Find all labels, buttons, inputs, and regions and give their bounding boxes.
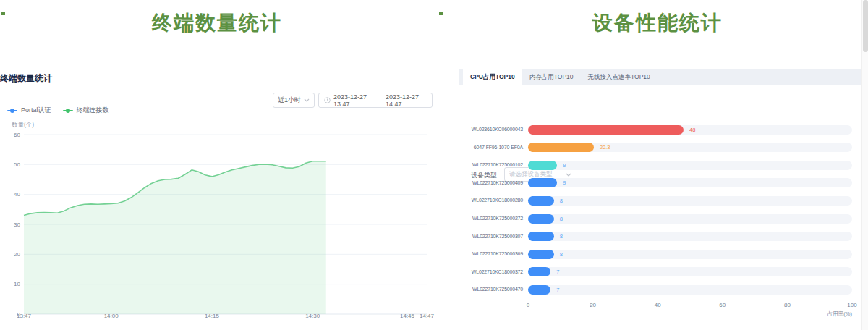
legend-item-terminal-connections[interactable]: 终端连接数: [63, 106, 109, 115]
bar-value-label: 8: [560, 251, 563, 258]
right-section-header: 设备性能统计: [448, 9, 867, 38]
x-axis-tick: 20: [582, 302, 604, 308]
bar-category-label: WL022710K725000369: [459, 251, 523, 256]
x-axis-tick: 40: [647, 302, 668, 308]
bar-category-label: WL022710K725000272: [459, 216, 523, 221]
bar-category-label: WL022710KC18000280: [459, 198, 523, 203]
bar-value-label: 9: [563, 162, 566, 169]
bar: [528, 285, 550, 295]
legend-label: 终端连接数: [77, 106, 109, 115]
bar: [528, 214, 554, 224]
bar-value-label: 8: [560, 216, 563, 222]
line-chart-svg: [0, 130, 434, 330]
bar-category-label: WL022710KC18000372: [459, 269, 523, 274]
bar-value-label: 9: [563, 179, 566, 186]
bar-value-label: 8: [560, 233, 563, 240]
bar-category-label: 6047-FF96-1070-EF0A: [459, 145, 523, 150]
bar-value-label: 8: [560, 198, 563, 204]
bar-track: [528, 178, 852, 187]
chart-legend: Portal认证 终端连接数: [7, 106, 109, 115]
bar: [528, 250, 554, 259]
bar-category-label: WL023610KC06000043: [459, 127, 523, 132]
bar-category-label: WL022710K725000102: [459, 162, 523, 167]
x-axis-tick: 80: [776, 302, 798, 308]
date-range-separator: -: [378, 97, 383, 104]
bar: [528, 267, 550, 276]
legend-label: Portal认证: [21, 106, 51, 115]
device-performance-card: CPU占用TOP10内存占用TOP10无线接入点速率TOP10 设备类型 请选择…: [459, 69, 862, 330]
y-axis-tick: 20: [3, 251, 20, 258]
bar-value-label: 7: [556, 268, 559, 275]
horizontal-bar-chart: WL023610KC06000043486047-FF96-1070-EF0A2…: [459, 121, 862, 323]
bar: [528, 143, 594, 152]
bar-category-label: WL022710K725000470: [459, 287, 523, 292]
x-axis-tick: 14:00: [97, 313, 126, 319]
scrollbar-track[interactable]: [861, 0, 868, 330]
tab-wireless-rate-top10[interactable]: 无线接入点速率TOP10: [581, 69, 658, 85]
y-axis-tick: 10: [3, 281, 20, 287]
x-axis-tick: 14:30: [298, 313, 327, 319]
left-section-header: 终端数量统计: [0, 9, 434, 38]
scrollbar-thumb[interactable]: [863, 0, 868, 52]
clock-icon: [324, 97, 331, 103]
tab-memory-top10[interactable]: 内存占用TOP10: [522, 69, 581, 85]
date-range-picker[interactable]: 2023-12-27 13:47 - 2023-12-27 14:47: [318, 93, 433, 108]
bar-category-label: WL022710K725000307: [459, 234, 523, 239]
x-axis-tick: 0: [517, 302, 539, 308]
legend-marker-icon: [7, 110, 17, 111]
bar-value-label: 20.3: [600, 144, 610, 151]
bar-track: [528, 161, 852, 170]
x-axis-tick: 100: [841, 302, 863, 308]
x-axis-tick: 14:47: [412, 313, 441, 319]
y-axis-tick: 50: [3, 161, 20, 168]
bar-track: [528, 250, 852, 259]
bar-track: [528, 267, 852, 276]
x-axis-title: 占用率(%): [809, 310, 852, 318]
x-axis-tick: 14:15: [197, 313, 226, 319]
bar: [528, 161, 557, 170]
chevron-down-icon: [304, 98, 310, 102]
right-header-bullet: [439, 12, 443, 15]
bar: [528, 125, 684, 135]
x-axis-tick: 13:47: [9, 313, 38, 319]
legend-marker-icon: [63, 110, 73, 111]
y-axis-tick: 30: [3, 221, 20, 228]
bar: [528, 232, 554, 241]
tab-cpu-top10[interactable]: CPU占用TOP10: [463, 69, 522, 86]
bar-track: [528, 143, 852, 152]
bar: [528, 196, 554, 206]
left-panel-title: 终端数量统计: [0, 72, 52, 85]
tab-bar: CPU占用TOP10内存占用TOP10无线接入点速率TOP10: [459, 69, 862, 85]
time-range-select[interactable]: 近1小时: [273, 93, 315, 108]
bar-track: [528, 196, 852, 206]
bar-value-label: 48: [689, 127, 695, 133]
bar: [528, 178, 557, 187]
y-axis-title: 数量(个): [12, 121, 34, 130]
x-axis-tick: 60: [712, 302, 733, 308]
line-area-chart: 010203040506013:4714:0014:1514:3014:4514…: [0, 130, 434, 330]
bar-value-label: 7: [556, 287, 559, 293]
bar-track: [528, 232, 852, 241]
legend-item-portal[interactable]: Portal认证: [7, 106, 51, 115]
bar-category-label: WL022710K725000409: [459, 180, 523, 185]
date-range-end: 2023-12-27 14:47: [386, 93, 427, 108]
bar-track: [528, 285, 852, 295]
series-area: [24, 161, 326, 314]
y-axis-tick: 40: [3, 191, 20, 198]
time-range-value: 近1小时: [278, 96, 301, 105]
y-axis-tick: 60: [3, 132, 20, 138]
bar-track: [528, 214, 852, 224]
date-range-start: 2023-12-27 13:47: [333, 93, 375, 108]
